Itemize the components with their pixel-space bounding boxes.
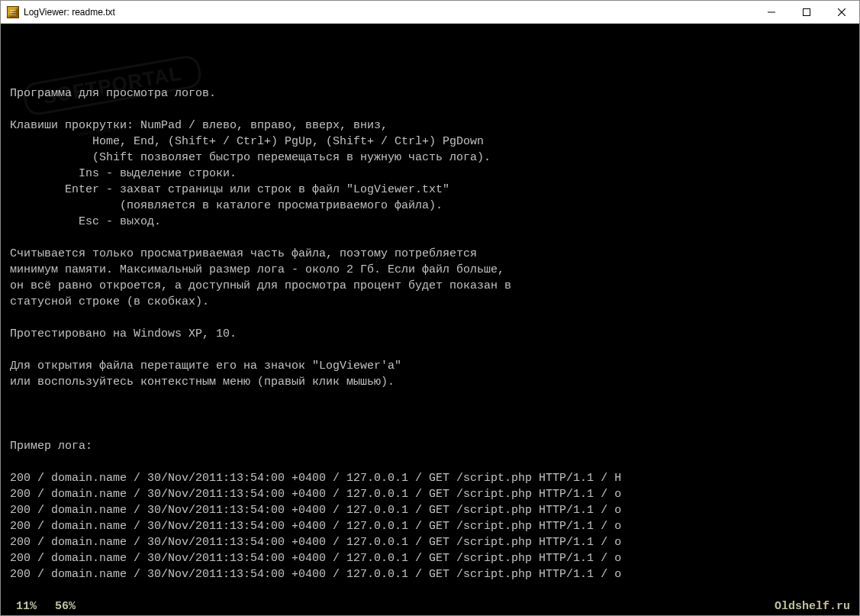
text-line: Пример лога:	[10, 438, 850, 454]
text-line: 200 / domain.name / 30/Nov/2011:13:54:00…	[10, 550, 850, 566]
svg-rect-1	[804, 8, 810, 15]
text-line: 200 / domain.name / 30/Nov/2011:13:54:00…	[10, 534, 850, 550]
text-line: Считывается только просматриваемая часть…	[10, 246, 850, 262]
text-viewport[interactable]: SOFTPORTAL www.softportal.com Программа …	[1, 24, 859, 597]
text-line: он всё равно откроется, а доступный для …	[10, 278, 850, 294]
text-line	[10, 454, 850, 470]
text-line: или воспользуйтесь контекстным меню (пра…	[10, 374, 850, 390]
text-line	[10, 342, 850, 358]
text-line: Esc - выход.	[10, 214, 850, 230]
status-bar: 11% 56% Oldshelf.ru	[1, 597, 859, 615]
text-line: 200 / domain.name / 30/Nov/2011:13:54:00…	[10, 518, 850, 534]
status-right: Oldshelf.ru	[775, 600, 850, 613]
status-percent-1: 11%	[16, 600, 37, 613]
title-bar[interactable]: LogViewer: readme.txt	[1, 1, 859, 24]
close-button[interactable]	[824, 1, 859, 23]
app-window: LogViewer: readme.txt SOFTPORTAL www.sof…	[0, 0, 860, 616]
text-line: Для открытия файла перетащите его на зна…	[10, 358, 850, 374]
minimize-button[interactable]	[754, 1, 789, 23]
window-title: LogViewer: readme.txt	[24, 7, 754, 18]
text-line: Home, End, (Shift+ / Ctrl+) PgUp, (Shift…	[10, 134, 850, 150]
status-percent-2: 56%	[55, 600, 76, 613]
text-line	[10, 102, 850, 118]
app-icon	[7, 6, 19, 18]
text-line: 200 / domain.name / 30/Nov/2011:13:54:00…	[10, 486, 850, 502]
text-line	[10, 422, 850, 438]
text-line: 200 / domain.name / 30/Nov/2011:13:54:00…	[10, 470, 850, 486]
text-line: Клавиши прокрутки: NumPad / влево, вправ…	[10, 118, 850, 134]
text-line: Программа для просмотра логов.	[10, 85, 850, 102]
maximize-button[interactable]	[789, 1, 824, 23]
text-line: 200 / domain.name / 30/Nov/2011:13:54:00…	[10, 566, 850, 582]
text-line: 200 / domain.name / 30/Nov/2011:13:54:00…	[10, 502, 850, 518]
text-line: Протестировано на Windows XP, 10.	[10, 326, 850, 342]
text-line: Enter - захват страницы или строк в файл…	[10, 182, 850, 198]
text-line: (появляется в каталоге просматриваемого …	[10, 198, 850, 214]
text-line: (Shift позволяет быстро перемещаться в н…	[10, 150, 850, 166]
text-line	[10, 406, 850, 422]
text-line: статусной строке (в скобках).	[10, 294, 850, 310]
text-line	[10, 390, 850, 406]
text-line	[10, 310, 850, 326]
text-line	[10, 230, 850, 246]
window-controls	[754, 1, 859, 23]
text-line: минимум памяти. Максимальный размер лога…	[10, 262, 850, 278]
text-line: Ins - выделение строки.	[10, 166, 850, 182]
